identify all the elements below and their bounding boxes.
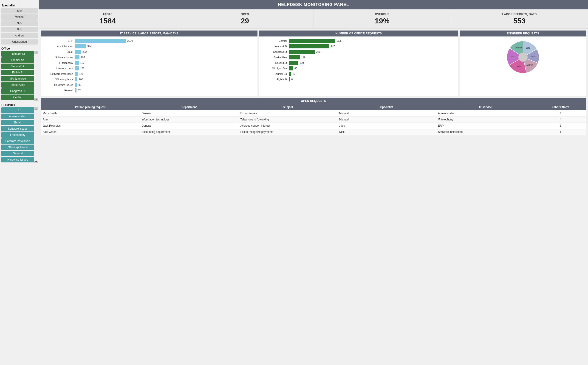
cell-labor: 6 xyxy=(535,123,586,129)
kpi-value: 1584 xyxy=(41,17,174,25)
bar-label: Second St xyxy=(264,62,289,64)
labor-bar-row: Hardware issues 90 xyxy=(45,83,255,87)
labor-bar-row: Office appliance 108 xyxy=(45,77,255,81)
bar xyxy=(75,88,76,92)
office-item[interactable]: Central xyxy=(1,95,34,100)
office-item[interactable]: Michigan Ave xyxy=(1,76,34,81)
bar-label: IP telephony xyxy=(45,62,75,64)
kpi-box: OPEN 29 xyxy=(176,9,314,28)
bar-label: Michigan Ave xyxy=(264,67,289,70)
office-chart-title: NUMBER OF OFFICE REQUESTS xyxy=(259,30,458,36)
cell-department: Information technology xyxy=(140,117,239,122)
bar-container: 513 xyxy=(289,39,456,43)
bar-label: Eighth St xyxy=(264,78,289,81)
table-header-cell: Subject xyxy=(239,104,337,110)
cell-subject: Export issues xyxy=(239,110,337,116)
it-scroll-down[interactable]: ▼ xyxy=(34,161,38,163)
bar xyxy=(75,77,77,81)
bar-container: 2579 xyxy=(75,39,255,43)
labor-chart: IT SERVICE, LABOR EFFORT, MAN-DAYS ERP 2… xyxy=(41,30,257,96)
specialist-list: JohnMichaelNickBobAndrewUnassigned xyxy=(1,8,38,44)
office-item[interactable]: Snake Alley xyxy=(1,82,34,88)
bar-value: 57 xyxy=(78,89,81,92)
office-scroll-down[interactable]: ▼ xyxy=(34,98,38,101)
office-section-title: Office xyxy=(1,47,38,50)
it-scroll-up[interactable]: ▲ xyxy=(34,107,38,110)
specialist-item[interactable]: John xyxy=(1,8,38,14)
labor-bar-row: General 57 xyxy=(45,88,255,92)
open-requests-title: OPEN REQUESTS xyxy=(41,98,586,104)
pie-label: Jack xyxy=(531,55,536,57)
labor-bar-row: Internet access 176 xyxy=(45,66,255,70)
it-service-item[interactable]: Office appliance xyxy=(1,145,34,150)
office-item[interactable]: Lombard St xyxy=(1,51,34,57)
bar-container: 100 xyxy=(289,61,456,65)
kpi-box: TASKS 1584 xyxy=(39,9,176,28)
it-service-item[interactable]: General xyxy=(1,151,34,156)
it-service-item[interactable]: Email xyxy=(1,120,34,125)
labor-bar-row: Email 292 xyxy=(45,50,255,54)
table-header-cell: IT service xyxy=(436,104,535,110)
table-body: Mary Smith General Export issues Michael… xyxy=(41,110,586,135)
bar-value: 544 xyxy=(87,45,91,48)
office-item[interactable]: Congress St xyxy=(1,88,34,94)
cell-specialist: Michael xyxy=(337,110,436,116)
bar-label: Larimer Sq xyxy=(264,72,289,75)
pie-label: Bob xyxy=(517,65,521,68)
bar-value: 108 xyxy=(79,78,83,81)
office-bar-row: Central 513 xyxy=(264,39,456,43)
cell-labor: 4 xyxy=(535,110,586,116)
specialist-item[interactable]: Bob xyxy=(1,27,38,32)
bar-value: 100 xyxy=(299,62,304,64)
bar xyxy=(75,44,86,49)
it-service-item[interactable]: Hardware issues xyxy=(1,157,34,162)
bar xyxy=(289,72,291,76)
bar xyxy=(289,39,335,43)
bar-container: 183 xyxy=(75,61,255,65)
office-bar-row: Michigan Ave 43 xyxy=(264,66,456,70)
kpi-row: TASKS 1584OPEN 29OVERDUE 19%LABOR EFFORT… xyxy=(39,9,588,29)
specialist-item[interactable]: Unassigned xyxy=(1,39,38,44)
kpi-label: OVERDUE xyxy=(316,13,449,16)
bar-container: 8 xyxy=(289,77,456,81)
bar xyxy=(75,66,79,70)
bar-container: 108 xyxy=(75,77,255,81)
bar-value: 119 xyxy=(301,56,305,59)
pie-label: John xyxy=(526,47,530,49)
cell-department: General xyxy=(140,110,239,116)
cell-subject: Accrued coupon interest xyxy=(239,123,337,129)
bar xyxy=(289,44,329,49)
it-service-item[interactable]: Software issues xyxy=(1,126,34,132)
bar xyxy=(75,83,77,87)
it-service-item[interactable]: Administration xyxy=(1,113,34,119)
cell-specialist: Jack xyxy=(337,123,436,129)
office-item[interactable]: Larimer Sq xyxy=(1,57,34,63)
charts-row: IT SERVICE, LABOR EFFORT, MAN-DAYS ERP 2… xyxy=(39,29,588,97)
office-list: Lombard StLarimer SqSecond StEighth StMi… xyxy=(1,51,34,101)
bar xyxy=(75,39,126,43)
bar-label: Administration xyxy=(45,45,75,48)
specialist-item[interactable]: Michael xyxy=(1,14,38,20)
it-service-item[interactable]: ERP xyxy=(1,107,34,113)
pie-label: Nick xyxy=(511,56,515,58)
engineer-chart: ENGINEER REQUESTS JohnJackAndrewBobNickM… xyxy=(460,30,586,96)
bar-value: 292 xyxy=(82,50,87,53)
specialist-item[interactable]: Andrew xyxy=(1,33,38,38)
specialist-item[interactable]: Nick xyxy=(1,21,38,26)
bar-label: Software installation xyxy=(45,72,75,75)
bar-label: ERP xyxy=(45,39,75,42)
office-bar-row: Congress St 286 xyxy=(264,50,456,54)
bar-container: 176 xyxy=(75,66,255,70)
it-service-item[interactable]: IP telephony xyxy=(1,132,34,138)
labor-bar-row: Software installation 126 xyxy=(45,72,255,76)
office-item[interactable]: Eighth St xyxy=(1,70,34,75)
labor-chart-area: ERP 2579 Administration 544 Email xyxy=(41,36,257,96)
it-service-item[interactable]: Software installation xyxy=(1,138,34,144)
office-bar-row: Snake Alley 119 xyxy=(264,55,456,59)
bar-value: 183 xyxy=(80,62,85,64)
office-item[interactable]: Second St xyxy=(1,63,34,69)
office-scroll-up[interactable]: ▲ xyxy=(34,51,38,54)
bar-label: Lombard St xyxy=(264,45,289,48)
pie-label: Andrew xyxy=(526,64,533,66)
table-row: Alex Green Accounting department Fail to… xyxy=(41,129,586,135)
